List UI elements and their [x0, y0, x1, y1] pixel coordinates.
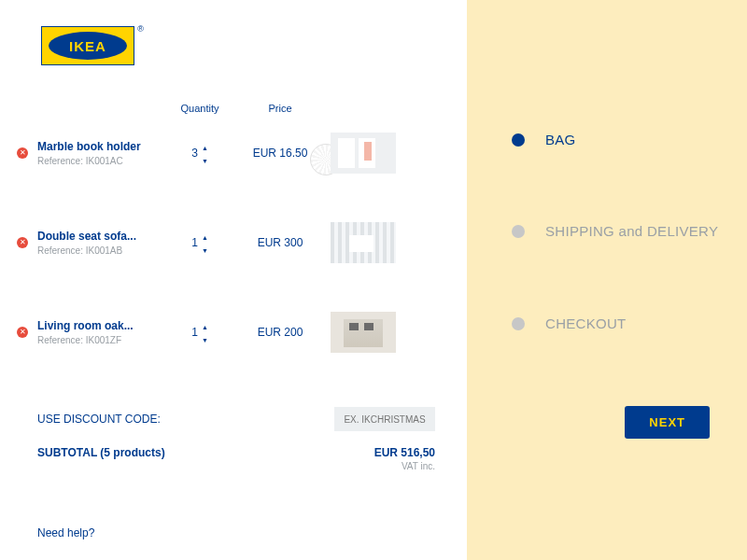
step-dot-icon	[512, 133, 525, 147]
quantity-stepper[interactable]: 1 ▲▼	[164, 319, 235, 345]
vat-note: VAT inc.	[374, 461, 435, 471]
item-price: EUR 200	[235, 326, 325, 339]
quantity-value: 3	[191, 147, 198, 160]
stepper-handle-icon[interactable]: ▲▼	[202, 230, 208, 256]
item-thumbnail	[331, 312, 396, 353]
quantity-value: 1	[191, 236, 198, 249]
item-thumbnail	[331, 133, 396, 174]
item-name: Living room oak...	[37, 319, 164, 332]
cart-item: ✕ Marble book holder Reference: IK001AC …	[17, 129, 439, 177]
item-name: Marble book holder	[37, 140, 164, 153]
step-label: BAG	[545, 131, 576, 149]
quantity-stepper[interactable]: 1 ▲▼	[164, 230, 235, 256]
cart-main-panel: IKEA ® Quantity Price ✕ Marble book hold…	[0, 0, 467, 560]
need-help-link[interactable]: Need help?	[37, 526, 94, 539]
subtotal-label: SUBTOTAL (5 products)	[37, 446, 165, 471]
remove-item-button[interactable]: ✕	[17, 327, 28, 338]
quantity-stepper[interactable]: 3 ▲▼	[164, 140, 235, 166]
item-reference: Reference: IK001ZF	[37, 335, 164, 345]
logo-text: IKEA	[49, 32, 127, 60]
ikea-logo: IKEA ®	[41, 26, 138, 67]
column-headers: Quantity Price	[17, 103, 439, 114]
stepper-handle-icon[interactable]: ▲▼	[202, 319, 208, 345]
cart-item: ✕ Double seat sofa... Reference: IK001AB…	[17, 218, 439, 267]
discount-code-input[interactable]	[334, 407, 435, 431]
step-label: SHIPPING and DELIVERY	[545, 222, 718, 241]
checkout-steps-panel: BAG SHIPPING and DELIVERY CHECKOUT NEXT	[467, 0, 747, 560]
step-shipping[interactable]: SHIPPING and DELIVERY	[512, 222, 728, 241]
quantity-value: 1	[191, 326, 198, 339]
remove-item-button[interactable]: ✕	[17, 237, 28, 248]
step-label: CHECKOUT	[545, 315, 627, 333]
step-dot-icon	[512, 317, 525, 330]
subtotal-amount: EUR 516,50	[374, 446, 435, 459]
item-price: EUR 300	[235, 236, 325, 249]
discount-label: USE DISCOUNT CODE:	[37, 413, 161, 426]
stepper-handle-icon[interactable]: ▲▼	[202, 140, 208, 166]
item-name: Double seat sofa...	[37, 230, 164, 243]
item-reference: Reference: IK001AB	[37, 245, 164, 256]
step-bag[interactable]: BAG	[512, 131, 728, 149]
header-price: Price	[235, 103, 325, 114]
cart-item: ✕ Living room oak... Reference: IK001ZF …	[17, 308, 439, 357]
header-quantity: Quantity	[164, 103, 235, 114]
step-dot-icon	[512, 225, 525, 238]
item-reference: Reference: IK001AC	[37, 156, 164, 166]
registered-icon: ®	[137, 24, 144, 34]
step-checkout[interactable]: CHECKOUT	[512, 315, 728, 333]
item-thumbnail	[331, 222, 396, 263]
next-button[interactable]: NEXT	[625, 406, 710, 439]
remove-item-button[interactable]: ✕	[17, 147, 28, 159]
